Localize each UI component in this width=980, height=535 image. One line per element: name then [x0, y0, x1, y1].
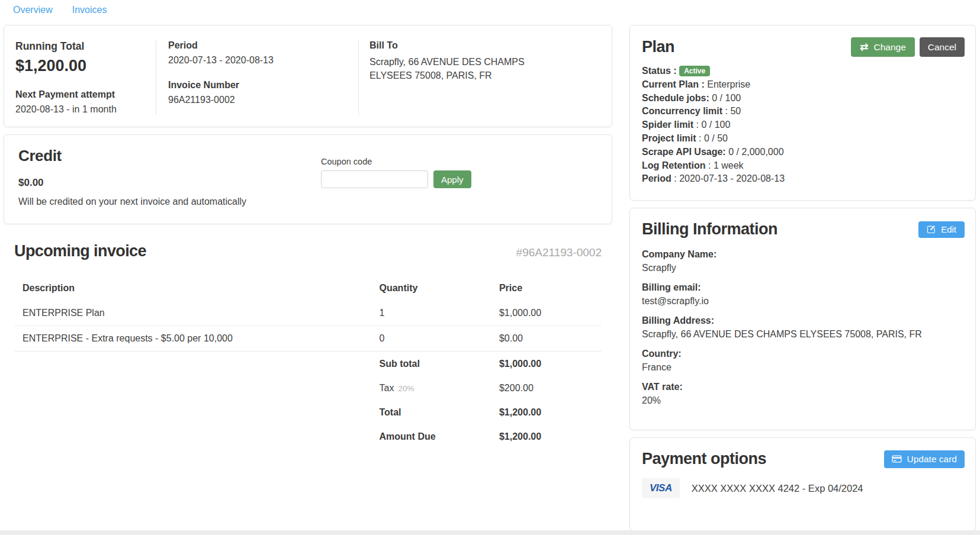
total-row: Tax20% $200.00	[14, 376, 602, 400]
bill-to-value: Scrapfly, 66 AVENUE DES CHAMPS ELYSEES 7…	[369, 55, 558, 82]
total-row: Sub total $1,000.00	[14, 352, 602, 376]
plan-detail-value: : 1 week	[708, 160, 744, 170]
plan-detail-value: : 0 / 50	[699, 133, 728, 143]
total-suffix: 20%	[398, 384, 414, 393]
cell-description: ENTERPRISE Plan	[23, 308, 380, 318]
table-row: ENTERPRISE - Extra requests - $5.00 per …	[14, 326, 602, 352]
payment-options-card: Payment options Update card	[629, 437, 976, 531]
credit-note: Will be credited on your next invoice an…	[18, 196, 597, 207]
credit-card-icon	[892, 455, 902, 463]
upcoming-invoice-title: Upcoming invoice	[14, 242, 146, 260]
tab[interactable]: Overview	[13, 5, 53, 15]
tab[interactable]: Invoices	[72, 5, 107, 15]
total-value: $1,200.00	[499, 431, 593, 442]
coupon-group: Coupon code Apply	[321, 157, 471, 188]
billing-field-label: Country:	[642, 347, 965, 360]
plan-detail-value: 0 / 100	[712, 93, 741, 103]
running-total-label: Running Total	[15, 40, 144, 53]
cell-quantity: 1	[380, 308, 499, 318]
plan-detail-value: : 2020-07-13 - 2020-08-13	[674, 173, 785, 183]
bottom-strip	[0, 530, 980, 535]
total-label: Total	[380, 407, 401, 417]
plan-details: Status : Active Current Plan : Enterpris…	[642, 65, 965, 186]
billing-field-label: VAT rate:	[642, 380, 965, 394]
billing-page: Overview Invoices Running Total $1,200.0…	[0, 0, 980, 531]
invoice-number-value: 96A21193-0002	[168, 95, 346, 105]
plan-detail-label: Scrape API Usage:	[642, 147, 726, 157]
total-label: Amount Due	[380, 431, 436, 441]
billing-field-value: Scrapfly, 66 AVENUE DES CHAMPS ELYSEES 7…	[642, 327, 965, 341]
visa-logo-box: VISA	[642, 478, 680, 498]
visa-logo: VISA	[650, 482, 672, 494]
invoice-number-label: Invoice Number	[168, 80, 346, 91]
cell-price: $1,000.00	[499, 308, 593, 318]
total-value: $1,200.00	[499, 407, 593, 418]
invoice-ref: #96A21193-0002	[516, 246, 602, 259]
plan-detail-label: Current Plan :	[642, 79, 705, 89]
total-row: Total $1,200.00	[14, 400, 602, 424]
column-price: Price	[499, 283, 593, 294]
next-payment-label: Next Payment attempt	[15, 89, 144, 100]
plan-detail-label: Log Retention	[642, 160, 706, 170]
bill-to-label: Bill To	[369, 40, 558, 51]
billing-field-label: Billing Address:	[642, 314, 965, 327]
credit-title: Credit	[18, 147, 597, 165]
cell-description: ENTERPRISE - Extra requests - $5.00 per …	[23, 333, 380, 344]
billing-field: Billing email: test@scrapfly.io	[642, 281, 965, 308]
change-plan-button[interactable]: ⇄ Change	[851, 37, 915, 57]
plan-detail-line: Schedule jobs: 0 / 100	[642, 92, 965, 105]
table-row: ENTERPRISE Plan 1 $1,000.00	[14, 301, 602, 326]
plan-detail-line: Concurrency limit : 50	[642, 105, 965, 118]
payment-options-title: Payment options	[642, 450, 766, 468]
apply-coupon-button[interactable]: Apply	[433, 170, 471, 188]
column-quantity: Quantity	[380, 283, 499, 294]
total-value: $200.00	[499, 383, 593, 394]
plan-detail-line: Period : 2020-07-13 - 2020-08-13	[642, 172, 965, 186]
edit-billing-button[interactable]: Edit	[918, 221, 965, 238]
coupon-code-label: Coupon code	[321, 157, 471, 166]
tab-bar: Overview Invoices	[4, 5, 976, 25]
plan-title: Plan	[642, 38, 674, 56]
cell-price: $0.00	[499, 333, 593, 344]
update-card-button[interactable]: Update card	[884, 450, 965, 468]
billing-field-label: Company Name:	[642, 247, 965, 261]
plan-detail-line: Project limit : 0 / 50	[642, 132, 965, 146]
running-total-value: $1,200.00	[15, 57, 144, 75]
billing-field-label: Billing email:	[642, 281, 965, 294]
plan-detail-line: Scrape API Usage: 0 / 2,000,000	[642, 146, 965, 159]
plan-detail-value: : 50	[725, 106, 741, 116]
period-label: Period	[168, 40, 346, 51]
plan-detail-label: Spider limit	[642, 120, 693, 130]
total-label: Sub total	[380, 359, 420, 369]
plan-detail-label: Period	[642, 173, 671, 183]
plan-card: Plan ⇄ Change Cancel Status :	[629, 25, 976, 201]
plan-detail-value: Enterprise	[707, 79, 750, 89]
invoice-table: Description Quantity Price ENTERPRISE Pl…	[14, 276, 602, 449]
period-value: 2020-07-13 - 2020-08-13	[168, 55, 346, 66]
upcoming-invoice-section: Upcoming invoice #96A21193-0002 Descript…	[14, 242, 602, 449]
edit-billing-label: Edit	[941, 224, 956, 234]
total-row: Amount Due $1,200.00	[14, 424, 602, 449]
credit-card: Credit $0.00 Will be credited on your ne…	[4, 134, 612, 224]
plan-detail-line: Spider limit : 0 / 100	[642, 118, 965, 132]
billing-field: Billing Address: Scrapfly, 66 AVENUE DES…	[642, 314, 965, 341]
status-badge: Active	[679, 66, 710, 76]
total-label: Tax	[380, 383, 394, 393]
billing-field-value: France	[642, 360, 965, 374]
billing-field: Country: France	[642, 347, 965, 374]
plan-detail-value: : 0 / 100	[696, 120, 731, 130]
plan-detail-label: Concurrency limit	[642, 106, 722, 116]
plan-detail-label: Status :	[642, 66, 677, 76]
swap-arrows-icon: ⇄	[860, 42, 868, 52]
coupon-code-input[interactable]	[321, 170, 428, 188]
billing-field-value: test@scrapfly.io	[642, 294, 965, 308]
plan-detail-value: 0 / 2,000,000	[728, 147, 783, 157]
billing-field: Company Name: Scrapfly	[642, 247, 965, 275]
update-card-label: Update card	[907, 454, 957, 465]
cancel-plan-button[interactable]: Cancel	[920, 37, 965, 57]
column-description: Description	[23, 283, 380, 294]
billing-info-card: Billing Information Edit	[629, 208, 976, 430]
billing-fields: Company Name: Scrapfly Billing email: te…	[642, 247, 965, 407]
next-payment-value: 2020-08-13 - in 1 month	[15, 104, 144, 115]
credit-amount: $0.00	[18, 177, 597, 189]
